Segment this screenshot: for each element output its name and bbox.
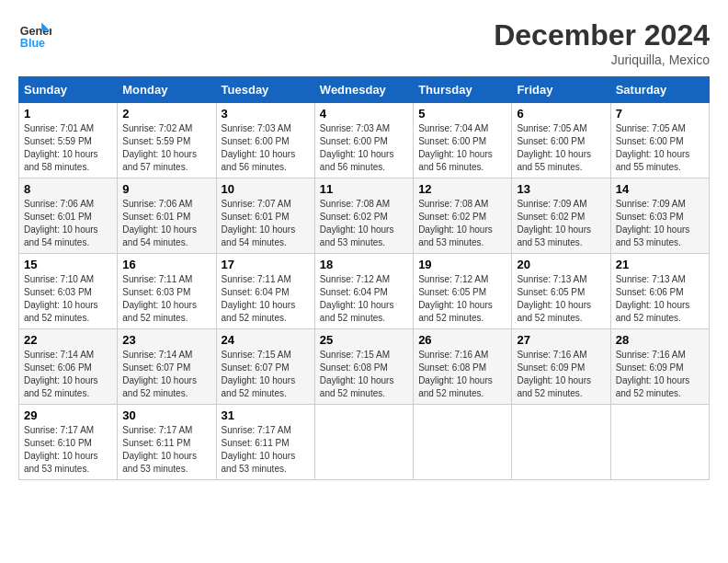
calendar-cell: 6 Sunrise: 7:05 AMSunset: 6:00 PMDayligh… — [512, 103, 610, 178]
calendar-cell: 26 Sunrise: 7:16 AMSunset: 6:08 PMDaylig… — [414, 329, 512, 405]
week-row-2: 8 Sunrise: 7:06 AMSunset: 6:01 PMDayligh… — [19, 178, 710, 254]
week-row-4: 22 Sunrise: 7:14 AMSunset: 6:06 PMDaylig… — [19, 329, 710, 405]
week-row-5: 29 Sunrise: 7:17 AMSunset: 6:10 PMDaylig… — [19, 405, 710, 480]
calendar-cell: 12 Sunrise: 7:08 AMSunset: 6:02 PMDaylig… — [414, 178, 512, 254]
day-info: Sunrise: 7:17 AMSunset: 6:10 PMDaylight:… — [24, 425, 98, 474]
day-info: Sunrise: 7:14 AMSunset: 6:06 PMDaylight:… — [24, 350, 98, 398]
week-row-3: 15 Sunrise: 7:10 AMSunset: 6:03 PMDaylig… — [19, 254, 710, 329]
day-info: Sunrise: 7:12 AMSunset: 6:04 PMDaylight:… — [320, 274, 394, 323]
day-info: Sunrise: 7:08 AMSunset: 6:02 PMDaylight:… — [320, 199, 394, 247]
calendar-cell: 31 Sunrise: 7:17 AMSunset: 6:11 PMDaylig… — [216, 405, 314, 480]
day-info: Sunrise: 7:17 AMSunset: 6:11 PMDaylight:… — [222, 425, 296, 474]
calendar-cell — [414, 405, 512, 480]
weekday-header-friday: Friday — [512, 77, 610, 103]
day-number: 23 — [122, 333, 210, 347]
day-info: Sunrise: 7:05 AMSunset: 6:00 PMDaylight:… — [517, 123, 591, 172]
day-info: Sunrise: 7:04 AMSunset: 6:00 PMDaylight:… — [418, 123, 493, 172]
day-info: Sunrise: 7:03 AMSunset: 6:00 PMDaylight:… — [222, 123, 296, 172]
svg-text:Blue: Blue — [20, 37, 45, 50]
day-number: 5 — [418, 107, 506, 121]
calendar-cell: 15 Sunrise: 7:10 AMSunset: 6:03 PMDaylig… — [19, 254, 118, 329]
calendar-cell: 30 Sunrise: 7:17 AMSunset: 6:11 PMDaylig… — [118, 405, 216, 480]
weekday-header-saturday: Saturday — [610, 77, 709, 103]
day-number: 7 — [616, 107, 704, 121]
day-number: 2 — [122, 107, 210, 121]
calendar-table: SundayMondayTuesdayWednesdayThursdayFrid… — [18, 76, 710, 480]
calendar-cell: 2 Sunrise: 7:02 AMSunset: 5:59 PMDayligh… — [118, 103, 216, 178]
calendar-cell: 13 Sunrise: 7:09 AMSunset: 6:02 PMDaylig… — [512, 178, 610, 254]
calendar-cell: 14 Sunrise: 7:09 AMSunset: 6:03 PMDaylig… — [610, 178, 709, 254]
weekday-header-thursday: Thursday — [414, 77, 512, 103]
calendar-cell: 7 Sunrise: 7:05 AMSunset: 6:00 PMDayligh… — [610, 103, 709, 178]
day-info: Sunrise: 7:17 AMSunset: 6:11 PMDaylight:… — [122, 425, 197, 474]
calendar-cell: 21 Sunrise: 7:13 AMSunset: 6:06 PMDaylig… — [610, 254, 709, 329]
day-info: Sunrise: 7:09 AMSunset: 6:02 PMDaylight:… — [517, 199, 591, 247]
day-info: Sunrise: 7:11 AMSunset: 6:04 PMDaylight:… — [222, 274, 296, 323]
calendar-cell: 4 Sunrise: 7:03 AMSunset: 6:00 PMDayligh… — [314, 103, 413, 178]
calendar-cell — [512, 405, 610, 480]
day-number: 24 — [222, 333, 310, 347]
calendar-cell: 27 Sunrise: 7:16 AMSunset: 6:09 PMDaylig… — [512, 329, 610, 405]
day-number: 30 — [122, 408, 210, 422]
calendar-cell: 22 Sunrise: 7:14 AMSunset: 6:06 PMDaylig… — [19, 329, 118, 405]
day-number: 22 — [24, 333, 112, 347]
calendar-cell: 29 Sunrise: 7:17 AMSunset: 6:10 PMDaylig… — [19, 405, 118, 480]
day-info: Sunrise: 7:13 AMSunset: 6:05 PMDaylight:… — [517, 274, 591, 323]
weekday-header-tuesday: Tuesday — [216, 77, 314, 103]
day-number: 15 — [24, 258, 112, 271]
day-info: Sunrise: 7:05 AMSunset: 6:00 PMDaylight:… — [616, 123, 690, 172]
calendar-cell: 23 Sunrise: 7:14 AMSunset: 6:07 PMDaylig… — [118, 329, 216, 405]
day-info: Sunrise: 7:11 AMSunset: 6:03 PMDaylight:… — [122, 274, 197, 323]
day-info: Sunrise: 7:06 AMSunset: 6:01 PMDaylight:… — [122, 199, 197, 247]
day-info: Sunrise: 7:03 AMSunset: 6:00 PMDaylight:… — [320, 123, 394, 172]
day-number: 18 — [320, 258, 408, 271]
calendar-cell: 1 Sunrise: 7:01 AMSunset: 5:59 PMDayligh… — [19, 103, 118, 178]
calendar-cell: 9 Sunrise: 7:06 AMSunset: 6:01 PMDayligh… — [118, 178, 216, 254]
day-info: Sunrise: 7:16 AMSunset: 6:09 PMDaylight:… — [517, 350, 591, 398]
day-number: 8 — [24, 182, 112, 196]
day-number: 14 — [616, 182, 704, 196]
calendar-cell: 17 Sunrise: 7:11 AMSunset: 6:04 PMDaylig… — [216, 254, 314, 329]
location: Juriquilla, Mexico — [494, 52, 710, 67]
day-number: 12 — [418, 182, 506, 196]
day-number: 3 — [222, 107, 310, 121]
day-number: 6 — [517, 107, 605, 121]
day-info: Sunrise: 7:12 AMSunset: 6:05 PMDaylight:… — [418, 274, 493, 323]
day-info: Sunrise: 7:16 AMSunset: 6:09 PMDaylight:… — [616, 350, 690, 398]
calendar-cell: 18 Sunrise: 7:12 AMSunset: 6:04 PMDaylig… — [314, 254, 413, 329]
day-number: 13 — [517, 182, 605, 196]
day-info: Sunrise: 7:16 AMSunset: 6:08 PMDaylight:… — [418, 350, 493, 398]
day-info: Sunrise: 7:08 AMSunset: 6:02 PMDaylight:… — [418, 199, 493, 247]
calendar-cell: 8 Sunrise: 7:06 AMSunset: 6:01 PMDayligh… — [19, 178, 118, 254]
day-number: 21 — [616, 258, 704, 271]
day-number: 25 — [320, 333, 408, 347]
day-number: 29 — [24, 408, 112, 422]
calendar-cell: 5 Sunrise: 7:04 AMSunset: 6:00 PMDayligh… — [414, 103, 512, 178]
day-info: Sunrise: 7:06 AMSunset: 6:01 PMDaylight:… — [24, 199, 98, 247]
day-info: Sunrise: 7:10 AMSunset: 6:03 PMDaylight:… — [24, 274, 98, 323]
title-block: December 2024 Juriquilla, Mexico — [494, 18, 710, 67]
calendar-cell — [314, 405, 413, 480]
calendar-cell: 24 Sunrise: 7:15 AMSunset: 6:07 PMDaylig… — [216, 329, 314, 405]
week-row-1: 1 Sunrise: 7:01 AMSunset: 5:59 PMDayligh… — [19, 103, 710, 178]
calendar-cell: 25 Sunrise: 7:15 AMSunset: 6:08 PMDaylig… — [314, 329, 413, 405]
calendar-cell: 3 Sunrise: 7:03 AMSunset: 6:00 PMDayligh… — [216, 103, 314, 178]
day-number: 9 — [122, 182, 210, 196]
day-number: 16 — [122, 258, 210, 271]
day-info: Sunrise: 7:07 AMSunset: 6:01 PMDaylight:… — [222, 199, 296, 247]
day-number: 20 — [517, 258, 605, 271]
day-number: 27 — [517, 333, 605, 347]
calendar-cell — [610, 405, 709, 480]
weekday-header-sunday: Sunday — [19, 77, 118, 103]
weekday-header-wednesday: Wednesday — [314, 77, 413, 103]
day-info: Sunrise: 7:15 AMSunset: 6:07 PMDaylight:… — [222, 350, 296, 398]
day-number: 1 — [24, 107, 112, 121]
day-number: 19 — [418, 258, 506, 271]
month-year: December 2024 — [494, 18, 710, 52]
calendar-cell: 28 Sunrise: 7:16 AMSunset: 6:09 PMDaylig… — [610, 329, 709, 405]
weekday-header-row: SundayMondayTuesdayWednesdayThursdayFrid… — [19, 77, 710, 103]
day-info: Sunrise: 7:13 AMSunset: 6:06 PMDaylight:… — [616, 274, 690, 323]
day-info: Sunrise: 7:14 AMSunset: 6:07 PMDaylight:… — [122, 350, 197, 398]
day-number: 26 — [418, 333, 506, 347]
logo: General Blue — [18, 18, 51, 52]
